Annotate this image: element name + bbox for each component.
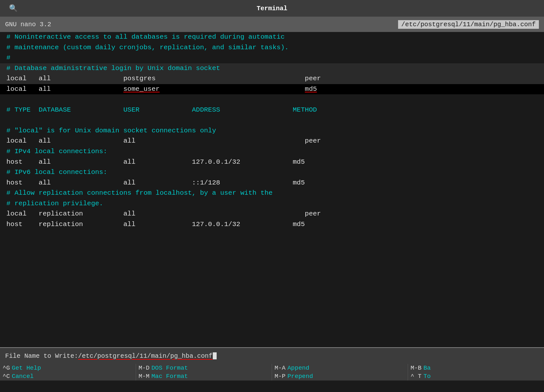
editor-line: # Noninteractive access to all databases… [0,32,544,43]
editor-line: # Allow replication connections from loc… [0,188,544,199]
editor-line: # [0,53,544,63]
shortcut-desc-backup: Ba [423,365,431,372]
shortcut-desc-append: Append [287,365,309,372]
shortcut-column-3: M-A Append M-P Prepend [272,364,408,380]
shortcut-key-c: ^C [3,373,10,380]
editor-line: local all all peer [0,136,544,146]
editor-line: # replication privilege. [0,199,544,209]
shortcut-column-1: ^G Get Help ^C Cancel [0,364,136,380]
shortcut-column-2: M-D DOS Format M-M Mac Format [136,364,272,380]
editor-line: host all all ::1/128 md5 [0,178,544,188]
shortcut-column-4: M-B Ba ^ T To [408,364,544,380]
shortcut-key-md: M-D [139,365,149,372]
editor-line: local replication all peer [0,209,544,219]
editor-line: local all postgres peer [0,74,544,84]
file-name-value[interactable]: /etc/postgresql/11/main/pg_hba.conf [78,352,212,360]
nano-header: GNU nano 3.2 /etc/postgresql/11/main/pg_… [0,17,544,32]
shortcut-key-g: ^G [3,365,10,372]
shortcut-mac-format[interactable]: M-M Mac Format [136,372,272,380]
shortcut-desc-dos: DOS Format [151,365,188,372]
editor-line: # Database administrative login by Unix … [0,63,544,74]
shortcut-dos-format[interactable]: M-D DOS Format [136,364,272,372]
underlined-method: md5 [305,85,317,93]
editor-line: # maintenance (custom daily cronjobs, re… [0,43,544,53]
shortcut-append[interactable]: M-A Append [272,364,408,372]
shortcut-get-help[interactable]: ^G Get Help [0,364,136,372]
shortcut-prepend[interactable]: M-P Prepend [272,372,408,380]
shortcut-to-files[interactable]: ^ T To [408,372,544,380]
editor-line: # TYPE DATABASE USER ADDRESS METHOD [0,105,544,115]
editor-line [0,115,544,126]
nano-version: GNU nano 3.2 [5,21,51,28]
editor-line: host replication all 127.0.0.1/32 md5 [0,219,544,230]
shortcut-desc-get-help: Get Help [12,365,41,372]
underlined-user: some_user [123,85,159,93]
shortcut-key-t: ^ T [411,373,421,380]
file-name-label: File Name to Write: [5,352,78,360]
shortcut-key-ma: M-A [275,365,285,372]
shortcut-key-mb: M-B [411,365,421,372]
editor-line: # IPv6 local connections: [0,167,544,178]
editor-area: # Noninteractive access to all databases… [0,32,544,347]
editor-line [0,94,544,105]
editor-line: # "local" is for Unix domain socket conn… [0,126,544,136]
search-icon[interactable]: 🔍 [9,4,18,13]
shortcut-desc-to: To [423,373,431,380]
editor-line: # IPv4 local connections: [0,146,544,157]
shortcut-backup[interactable]: M-B Ba [408,364,544,372]
editor-line: host all all 127.0.0.1/32 md5 [0,157,544,168]
shortcut-key-mp: M-P [275,373,285,380]
shortcut-desc-prepend: Prepend [287,373,313,380]
title-bar: 🔍 Terminal [0,0,544,17]
file-name-bar[interactable]: File Name to Write: /etc/postgresql/11/m… [0,347,544,364]
text-cursor [213,352,217,359]
shortcut-bar: ^G Get Help ^C Cancel M-D DOS Format M-M… [0,364,544,380]
shortcut-key-mm: M-M [139,373,149,380]
shortcut-desc-mac: Mac Format [151,373,188,380]
window-title: Terminal [257,5,287,12]
shortcut-cancel[interactable]: ^C Cancel [0,372,136,380]
nano-filename: /etc/postgresql/11/main/pg_hba.conf [398,20,539,29]
editor-line-selected: local all some_user md5 [0,84,544,95]
shortcut-desc-cancel: Cancel [12,373,34,380]
